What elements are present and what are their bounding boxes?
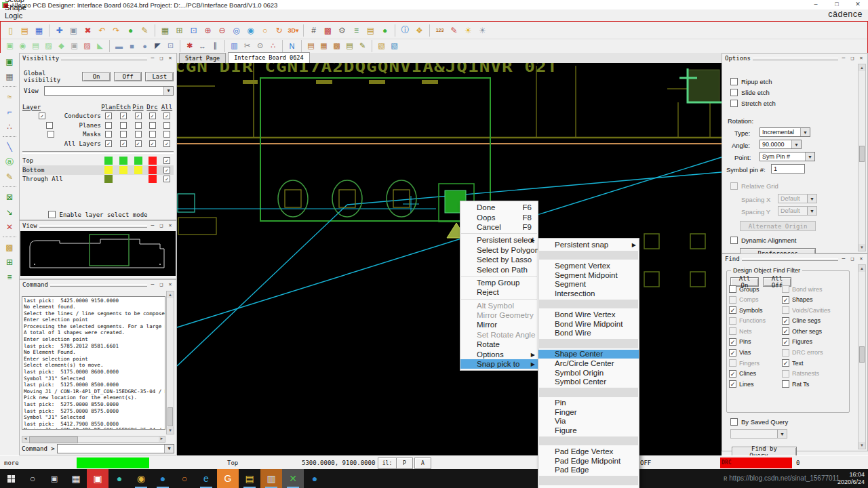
sep[interactable]: [429, 24, 430, 37]
find-scrollbar[interactable]: ▲ ▼: [858, 264, 866, 449]
panel-minimize-icon[interactable]: –: [149, 222, 156, 230]
panel-close-icon[interactable]: ✕: [167, 222, 174, 230]
sep[interactable]: [301, 40, 302, 52]
layer-color-swatch[interactable]: [104, 175, 113, 183]
snap-menu-item[interactable]: Via: [538, 417, 639, 426]
document-tab[interactable]: Interface Board 0624: [228, 52, 309, 63]
snap-menu-item[interactable]: [539, 339, 638, 348]
find-filter-row[interactable]: ✓ Text: [782, 359, 843, 367]
snap-menu-item[interactable]: Pad Edge: [538, 466, 639, 475]
snap-menu-item[interactable]: Arc/Circle Center: [538, 359, 639, 368]
vis-checkbox[interactable]: ✓: [163, 113, 170, 119]
zoom-in-icon[interactable]: ⊕: [201, 24, 214, 37]
waveform-icon[interactable]: N: [286, 40, 298, 52]
context-menu-item[interactable]: Set Rotate Angle: [460, 330, 538, 340]
menu-item[interactable]: Shape: [0, 3, 51, 12]
import-icon[interactable]: ▧: [389, 40, 400, 52]
layer-color-swatch[interactable]: [119, 175, 127, 183]
zoom-previous-icon[interactable]: ○: [258, 24, 271, 37]
delete-icon[interactable]: ✖: [81, 24, 94, 37]
wire-curve-icon[interactable]: ≈: [3, 90, 16, 104]
tray-clock[interactable]: 16:04 2020/6/24: [837, 471, 865, 486]
board-overview-thumbnail[interactable]: [20, 231, 176, 276]
vis-checkbox[interactable]: [163, 131, 170, 138]
snap-menu-item[interactable]: Segment Midpoint: [538, 270, 639, 280]
board-pad-icon[interactable]: ◆: [56, 40, 67, 52]
find-filter-checkbox[interactable]: ✓: [729, 338, 736, 346]
panel-minimize-icon[interactable]: –: [840, 255, 847, 263]
snap-menu-item[interactable]: Bond Wire Midpoint: [538, 319, 639, 329]
find-filter-checkbox[interactable]: ✓: [782, 327, 789, 335]
stretch-etch-row[interactable]: Stretch etch: [730, 100, 776, 107]
find-filter-row[interactable]: Groups: [729, 285, 782, 293]
report3-icon[interactable]: ▩: [331, 40, 342, 52]
route-path-icon[interactable]: ⌐: [3, 105, 16, 119]
taskbar-media-icon[interactable]: ●: [108, 469, 130, 488]
find-filter-checkbox[interactable]: [729, 296, 736, 304]
context-menu-item[interactable]: [461, 233, 537, 234]
layer-color-row[interactable]: Top ✓: [22, 157, 174, 166]
move-icon[interactable]: ✚: [53, 24, 66, 37]
vis-checkbox[interactable]: ✓: [149, 140, 156, 147]
find-filter-row[interactable]: Voids/Cavities: [782, 306, 843, 314]
find-filter-row[interactable]: ✓ Clines: [729, 370, 782, 378]
find-filter-row[interactable]: Bond wires: [782, 285, 843, 293]
vis-checkbox[interactable]: ✓: [120, 140, 127, 147]
zoom-rect-icon[interactable]: ⊡: [187, 24, 200, 37]
ripup-etch-row[interactable]: Ripup etch: [730, 78, 772, 85]
start-button[interactable]: [0, 469, 22, 488]
cortana-search-button[interactable]: ○: [22, 469, 43, 488]
shape-edit-icon[interactable]: ⊡: [165, 40, 176, 52]
snap-menu-item[interactable]: [539, 388, 638, 397]
layer-color-swatch[interactable]: [149, 157, 157, 165]
taskbar-redbook-icon[interactable]: ▣: [87, 469, 108, 488]
document-tab[interactable]: Start Page: [179, 53, 226, 63]
panel-float-icon[interactable]: ❑: [158, 222, 165, 230]
snap-menu-item[interactable]: Pin: [538, 399, 639, 408]
context-menu-item[interactable]: Done F6: [460, 203, 538, 212]
grid-toggle-icon[interactable]: #: [307, 24, 320, 37]
enable-layer-select-checkbox[interactable]: [48, 211, 56, 218]
find-filter-checkbox[interactable]: [729, 285, 736, 293]
find-filter-row[interactable]: ✓ Shapes: [782, 296, 843, 304]
find-filter-checkbox[interactable]: [729, 359, 736, 367]
swap-icon[interactable]: ⚙: [336, 24, 349, 37]
console-vertical-scrollbar[interactable]: ▲ ▼: [166, 291, 174, 434]
layer-class-checkbox[interactable]: [46, 122, 53, 129]
view-3d-icon[interactable]: 3D▾: [287, 24, 300, 37]
layer-color-swatch[interactable]: [104, 166, 113, 174]
layer-all-checkbox[interactable]: ✓: [163, 167, 170, 174]
text-edit-icon[interactable]: ✎: [3, 170, 16, 184]
layer-color-row[interactable]: Bottom ✓: [22, 165, 174, 175]
snap-menu-item[interactable]: [539, 300, 638, 309]
snap-menu-item[interactable]: Pad Edge Vertex: [538, 447, 639, 456]
by-saved-query-row[interactable]: By Saved Query: [730, 418, 788, 426]
console-horizontal-scrollbar[interactable]: ◄ ►: [22, 436, 165, 443]
export-icon[interactable]: ▧: [376, 40, 387, 52]
padstack-icon[interactable]: ✱: [184, 40, 195, 52]
scroll-up-icon[interactable]: ▲: [167, 291, 174, 298]
hier-icon[interactable]: ≡: [3, 270, 16, 284]
find-filter-row[interactable]: DRC errors: [782, 349, 843, 357]
vis-checkbox[interactable]: [149, 122, 156, 129]
snap-menu-item[interactable]: Persistent snap ▶: [538, 240, 639, 249]
find-filter-row[interactable]: ✓ Cline segs: [782, 317, 843, 325]
zoom-fit-icon[interactable]: ◎: [230, 24, 243, 37]
snap-menu-item[interactable]: [539, 251, 638, 260]
sep[interactable]: [180, 40, 180, 52]
find-filter-checkbox[interactable]: [782, 370, 789, 378]
sep[interactable]: [3, 136, 16, 138]
panel-float-icon[interactable]: ❑: [849, 255, 856, 263]
application-mode-button[interactable]: A: [414, 458, 431, 469]
vis-checkbox[interactable]: ✓: [105, 140, 112, 147]
taskbar-globe-icon[interactable]: ●: [152, 469, 174, 488]
dynamic-alignment-row[interactable]: Dynamic Alignment: [730, 237, 796, 244]
pin-icon[interactable]: ✎: [138, 24, 151, 37]
find-filter-checkbox[interactable]: [782, 285, 789, 293]
layer-color-swatch[interactable]: [134, 175, 142, 183]
layer-color-swatch[interactable]: [119, 166, 127, 174]
line-icon[interactable]: ╲: [3, 140, 16, 154]
measure-icon[interactable]: 123: [433, 24, 446, 37]
context-menu-item[interactable]: Persistent select ▶: [460, 235, 538, 245]
find-filter-checkbox[interactable]: ✓: [782, 359, 789, 367]
